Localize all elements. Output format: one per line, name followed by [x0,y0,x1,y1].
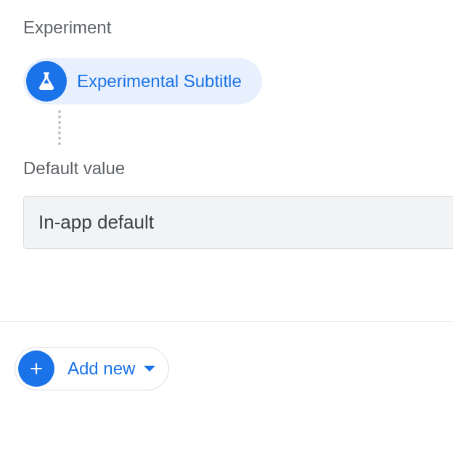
experiment-chip[interactable]: Experimental Subtitle [23,58,262,104]
experiment-section: Experiment Experimental Subtitle Default… [0,0,453,249]
default-value-label: Default value [23,158,430,178]
chevron-down-icon [144,366,155,372]
flask-icon [26,61,67,102]
add-new-row: Add new [0,322,453,390]
experiment-chip-label: Experimental Subtitle [77,71,242,91]
experiment-section-label: Experiment [23,17,430,38]
dotted-connector [58,110,61,145]
add-new-label: Add new [68,358,135,379]
default-value-field[interactable]: In-app default [23,196,453,249]
add-new-button[interactable]: Add new [15,347,169,390]
plus-icon [18,350,54,387]
default-value-text: In-app default [38,211,154,233]
